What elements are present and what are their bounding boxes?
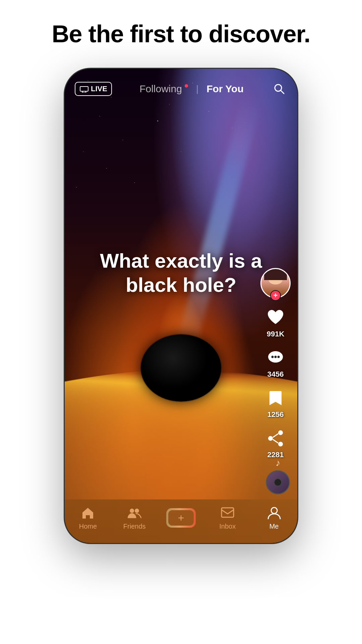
- home-label: Home: [79, 523, 97, 530]
- svg-point-16: [135, 508, 139, 513]
- nav-me[interactable]: Me: [257, 506, 291, 530]
- tab-divider: |: [196, 84, 198, 94]
- svg-line-14: [273, 439, 278, 443]
- follow-button[interactable]: +: [270, 290, 281, 301]
- bookmark-count: 1256: [267, 410, 284, 419]
- add-button-inner: +: [168, 510, 194, 526]
- disc-center: [274, 478, 282, 486]
- profile-icon: [267, 506, 282, 521]
- svg-line-5: [281, 90, 284, 94]
- creator-avatar[interactable]: +: [260, 268, 291, 298]
- notification-dot: [185, 84, 188, 88]
- phone-mockup: LIVE Following | For You W: [64, 68, 298, 544]
- for-you-tab[interactable]: For You: [206, 83, 244, 95]
- svg-line-13: [273, 434, 278, 437]
- for-you-label: For You: [206, 83, 244, 95]
- svg-point-9: [278, 356, 280, 358]
- share-icon: [265, 428, 286, 448]
- add-icon: +: [178, 512, 184, 524]
- top-navigation: LIVE Following | For You: [65, 69, 297, 102]
- friends-label: Friends: [123, 523, 146, 530]
- svg-point-8: [275, 356, 277, 358]
- live-label: LIVE: [91, 85, 107, 93]
- heart-icon: [265, 308, 286, 328]
- svg-point-10: [278, 430, 283, 435]
- black-hole-visual: [141, 334, 221, 401]
- svg-point-15: [130, 508, 134, 513]
- inbox-label: Inbox: [219, 523, 236, 530]
- live-tv-icon: [79, 85, 89, 93]
- music-disc[interactable]: [266, 470, 290, 494]
- music-disc-container: ♪: [266, 458, 290, 494]
- friends-icon: [127, 506, 142, 521]
- svg-rect-0: [80, 87, 88, 91]
- page-headline: Be the first to discover.: [32, 20, 330, 48]
- share-button[interactable]: 2281: [265, 428, 286, 459]
- live-button[interactable]: LIVE: [75, 82, 112, 96]
- like-button[interactable]: 991K: [265, 308, 286, 338]
- phone-screen: LIVE Following | For You W: [64, 68, 298, 544]
- search-icon: [272, 82, 287, 96]
- video-title: What exactly is a black hole?: [92, 249, 270, 297]
- comment-count: 3456: [267, 370, 284, 379]
- me-label: Me: [269, 523, 279, 530]
- inbox-icon: [220, 506, 235, 521]
- svg-point-12: [278, 442, 283, 446]
- nav-home[interactable]: Home: [71, 506, 105, 530]
- nav-add[interactable]: +: [164, 508, 198, 528]
- like-count: 991K: [267, 330, 285, 338]
- svg-point-7: [272, 356, 274, 358]
- following-tab[interactable]: Following: [139, 83, 188, 95]
- action-bar: + 991K: [260, 268, 291, 459]
- home-icon: [80, 506, 95, 521]
- svg-rect-17: [222, 508, 234, 517]
- bottom-navigation: Home Friends +: [65, 499, 297, 543]
- following-label: Following: [139, 83, 182, 95]
- bookmark-button[interactable]: 1256: [265, 388, 286, 419]
- bookmark-icon: [265, 388, 286, 408]
- add-button[interactable]: +: [166, 508, 196, 528]
- nav-tabs: Following | For You: [139, 83, 244, 95]
- svg-point-18: [271, 507, 277, 514]
- nav-friends[interactable]: Friends: [118, 506, 151, 530]
- search-button[interactable]: [271, 81, 287, 97]
- comment-button[interactable]: 3456: [265, 348, 286, 379]
- nav-inbox[interactable]: Inbox: [211, 506, 244, 530]
- svg-point-11: [268, 436, 273, 441]
- comment-icon: [265, 348, 286, 368]
- music-note-icon: ♪: [276, 458, 280, 468]
